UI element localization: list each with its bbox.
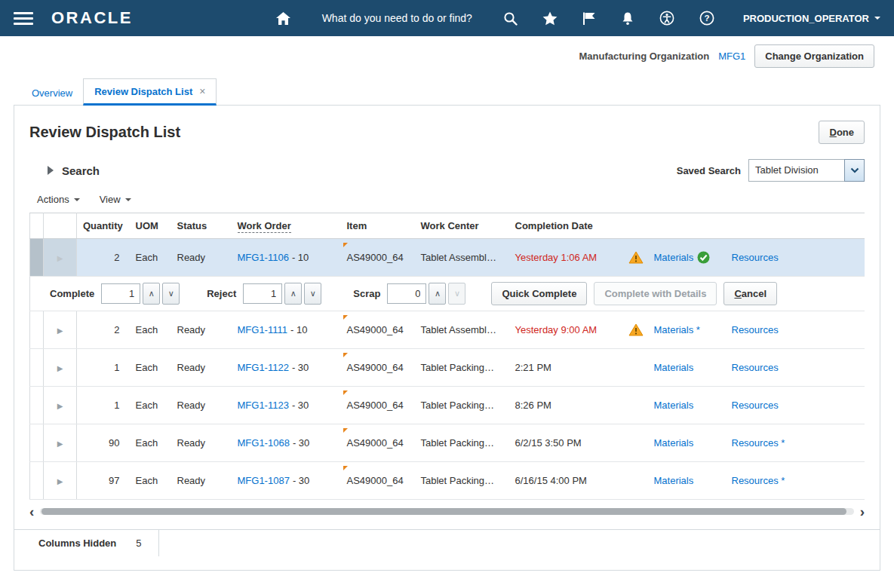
resources-link[interactable]: Resources xyxy=(732,252,779,263)
complete-input[interactable] xyxy=(101,283,140,304)
row-header-cell[interactable] xyxy=(30,424,44,462)
resources-link[interactable]: Resources xyxy=(732,324,779,335)
column-header-item[interactable]: Item xyxy=(341,213,415,239)
warning-cell xyxy=(622,424,648,462)
materials-link[interactable]: Materials * xyxy=(654,324,700,335)
materials-link[interactable]: Materials xyxy=(654,252,694,263)
help-icon[interactable]: ? xyxy=(699,11,714,26)
home-icon[interactable] xyxy=(275,11,291,26)
item-text: AS49000_64 xyxy=(347,475,404,486)
quick-complete-button[interactable]: Quick Complete xyxy=(491,282,587,305)
reject-increment-button[interactable]: ∧ xyxy=(284,283,302,305)
status-cell: Ready xyxy=(171,462,232,500)
work-order-link[interactable]: MFG1-1106 xyxy=(238,252,289,263)
reject-input[interactable] xyxy=(243,283,282,304)
row-header-cell[interactable] xyxy=(30,311,44,349)
item-text: AS49000_64 xyxy=(347,324,404,335)
expand-cell[interactable]: ▶ xyxy=(44,239,77,277)
work-order-link[interactable]: MFG1-1111 xyxy=(238,324,287,335)
flag-icon[interactable] xyxy=(582,11,596,26)
uom-cell: Each xyxy=(130,349,171,387)
work-order-link[interactable]: MFG1-1068 xyxy=(238,437,290,449)
expand-arrow-icon: ▶ xyxy=(57,364,63,372)
expand-cell[interactable]: ▶ xyxy=(44,462,77,500)
column-header-work-center[interactable]: Work Center xyxy=(415,213,509,239)
materials-link[interactable]: Materials xyxy=(654,475,694,486)
global-search-prompt[interactable]: What do you need to do or find? xyxy=(322,12,472,24)
view-menu[interactable]: View xyxy=(100,194,131,205)
bell-icon[interactable] xyxy=(621,11,634,26)
column-header-uom[interactable]: UOM xyxy=(130,213,171,239)
expand-cell[interactable]: ▶ xyxy=(44,387,77,424)
scrap-increment-button[interactable]: ∧ xyxy=(429,283,446,305)
table-row[interactable]: ▶ 2 Each Ready MFG1-1111- 10 AS49000_64 … xyxy=(30,311,865,349)
complete-decrement-button[interactable]: ∨ xyxy=(162,283,180,305)
column-header-status[interactable]: Status xyxy=(171,213,232,239)
warning-cell xyxy=(622,462,648,500)
item-cell: AS49000_64 xyxy=(341,349,415,387)
expand-cell[interactable]: ▶ xyxy=(44,349,77,387)
work-order-suffix: - 30 xyxy=(293,437,309,449)
tab-overview[interactable]: Overview xyxy=(21,81,83,105)
resources-link[interactable]: Resources * xyxy=(732,437,785,449)
scrap-input[interactable] xyxy=(387,283,426,304)
actions-menu-label: Actions xyxy=(37,194,69,205)
work-center-cell: Tablet Packing… xyxy=(415,349,509,387)
star-icon[interactable] xyxy=(542,11,558,26)
organization-value-link[interactable]: MFG1 xyxy=(718,51,745,62)
change-organization-button[interactable]: Change Organization xyxy=(754,44,874,68)
table-row[interactable]: ▶ 90 Each Ready MFG1-1068- 30 AS49000_64… xyxy=(30,424,865,462)
accessibility-icon[interactable] xyxy=(659,11,674,26)
item-cell: AS49000_64 xyxy=(341,424,415,462)
row-header-cell[interactable] xyxy=(30,462,44,500)
table-row[interactable]: ▶ 1 Each Ready MFG1-1123- 30 AS49000_64 … xyxy=(30,387,865,424)
materials-link[interactable]: Materials xyxy=(654,362,694,373)
quantity-cell: 90 xyxy=(77,424,130,462)
saved-search-dropdown-button[interactable] xyxy=(844,159,865,182)
expand-cell[interactable]: ▶ xyxy=(44,424,77,462)
work-center-cell: Tablet Packing… xyxy=(415,462,509,500)
work-order-link[interactable]: MFG1-1123 xyxy=(238,400,289,411)
scroll-left-icon[interactable]: ‹ xyxy=(29,504,34,519)
organization-label: Manufacturing Organization xyxy=(579,51,710,62)
table-row[interactable]: ▶ 97 Each Ready MFG1-1087- 30 AS49000_64… xyxy=(30,462,865,500)
work-order-link[interactable]: MFG1-1122 xyxy=(238,362,289,373)
menu-icon[interactable] xyxy=(14,12,33,25)
materials-link[interactable]: Materials xyxy=(654,437,694,449)
expand-column-header xyxy=(44,213,77,239)
column-header-completion-date[interactable]: Completion Date xyxy=(509,213,622,239)
saved-search-value[interactable]: Tablet Division xyxy=(748,159,845,182)
materials-link[interactable]: Materials xyxy=(654,400,694,411)
work-order-link[interactable]: MFG1-1087 xyxy=(238,475,290,486)
resources-link[interactable]: Resources xyxy=(732,400,779,411)
user-menu[interactable]: PRODUCTION_OPERATOR xyxy=(743,13,880,24)
actions-menu[interactable]: Actions xyxy=(37,194,80,205)
app-header: ORACLE What do you need to do or find? ?… xyxy=(0,0,894,36)
search-icon[interactable] xyxy=(503,11,518,26)
column-header-quantity[interactable]: Quantity xyxy=(77,213,130,239)
search-disclosure[interactable]: Search xyxy=(48,164,100,177)
scroll-right-icon[interactable]: › xyxy=(860,504,865,519)
scrollbar-track[interactable] xyxy=(40,508,853,515)
work-center-cell: Tablet Assembl… xyxy=(415,311,509,349)
row-header-cell[interactable] xyxy=(30,239,44,277)
expand-cell[interactable]: ▶ xyxy=(44,311,77,349)
table-row[interactable]: ▶ 1 Each Ready MFG1-1122- 30 AS49000_64 … xyxy=(30,349,865,387)
status-cell: Ready xyxy=(171,349,232,387)
resources-cell: Resources * xyxy=(726,462,865,500)
resources-link[interactable]: Resources * xyxy=(732,475,785,486)
tab-close-icon[interactable]: × xyxy=(199,85,205,97)
tab-review-dispatch-list[interactable]: Review Dispatch List × xyxy=(83,78,217,106)
done-button[interactable]: Done xyxy=(819,121,865,144)
column-header-work-order[interactable]: Work Order xyxy=(232,213,341,239)
complete-increment-button[interactable]: ∧ xyxy=(143,283,160,305)
cancel-button[interactable]: Cancel xyxy=(723,282,777,305)
materials-cell: Materials xyxy=(648,387,726,424)
resources-link[interactable]: Resources xyxy=(732,362,779,373)
scrollbar-thumb[interactable] xyxy=(41,508,846,515)
row-header-cell[interactable] xyxy=(30,387,44,424)
row-header-cell[interactable] xyxy=(30,349,44,387)
item-text: AS49000_64 xyxy=(347,362,404,373)
reject-decrement-button[interactable]: ∨ xyxy=(304,283,321,305)
table-row[interactable]: ▶ 2 Each Ready MFG1-1106- 10 AS49000_64 … xyxy=(30,239,865,277)
